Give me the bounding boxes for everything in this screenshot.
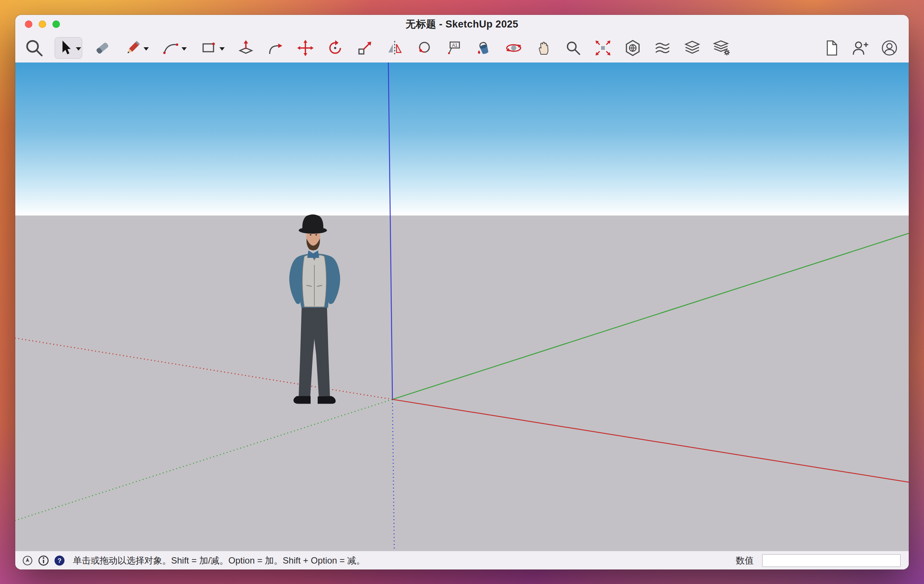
measurements-input[interactable] (762, 554, 901, 567)
figure-right-eye (315, 234, 317, 236)
figure-left-shoe (294, 396, 310, 404)
select-dropdown-caret[interactable] (76, 47, 81, 51)
search-icon (24, 38, 44, 58)
tool-search[interactable] (24, 37, 44, 59)
tool-offset[interactable] (415, 37, 434, 59)
location-status-icon[interactable] (22, 555, 33, 566)
figure-right-shoe (318, 396, 335, 404)
tool-add-location[interactable] (623, 37, 642, 59)
rectangle-dropdown-caret[interactable] (219, 47, 225, 51)
offset-icon (416, 39, 433, 57)
new-document-icon (822, 39, 840, 57)
tool-rectangle[interactable] (198, 37, 226, 59)
arc-icon (162, 39, 180, 57)
window-title: 无标题 - SketchUp 2025 (15, 18, 909, 31)
tool-styles[interactable] (653, 37, 672, 59)
tool-move[interactable] (296, 37, 315, 59)
zoom-extents-icon (594, 39, 612, 57)
paint-bucket-icon (475, 39, 493, 57)
rotate-icon (326, 39, 344, 57)
tool-arc[interactable] (160, 37, 188, 59)
scale-icon (356, 39, 374, 57)
select-cursor-icon (56, 39, 74, 57)
text-tool-glyph: A1 (452, 43, 457, 48)
flip-icon (386, 39, 404, 57)
tool-line[interactable] (122, 37, 150, 59)
layers-gear-icon (713, 39, 731, 57)
account-button[interactable] (880, 37, 899, 59)
tool-pan[interactable] (534, 37, 553, 59)
close-button[interactable] (25, 20, 32, 28)
tool-follow-me[interactable] (266, 37, 285, 59)
pencil-icon (124, 39, 142, 57)
tool-push-pull[interactable] (236, 37, 256, 59)
tool-scale[interactable] (355, 37, 375, 59)
status-hint-text: 单击或拖动以选择对象。Shift = 加/减。Option = 加。Shift … (73, 554, 365, 566)
titlebar: 无标题 - SketchUp 2025 (15, 15, 909, 33)
add-location-icon (624, 39, 642, 57)
tags-icon (683, 39, 701, 57)
tool-text[interactable]: A1 (444, 37, 464, 59)
traffic-lights (25, 20, 60, 28)
zoom-icon (564, 39, 582, 57)
tool-tags[interactable] (683, 37, 702, 59)
help-glyph: ? (58, 556, 61, 564)
statusbar: ? 单击或拖动以选择对象。Shift = 加/减。Option = 加。Shif… (15, 551, 909, 569)
info-status-icon[interactable] (38, 555, 49, 566)
arc-dropdown-caret[interactable] (182, 47, 187, 51)
ground (15, 215, 909, 551)
move-icon (297, 39, 314, 57)
new-document-button[interactable] (822, 37, 841, 59)
orbit-icon (505, 39, 523, 57)
account-icon (881, 39, 898, 57)
tool-orbit[interactable] (504, 37, 523, 59)
push-pull-icon (237, 39, 255, 57)
tool-eraser[interactable] (92, 37, 112, 59)
toolbar-right-group (822, 37, 899, 59)
help-status-icon[interactable]: ? (54, 555, 65, 566)
tool-zoom[interactable] (564, 37, 583, 59)
figure-left-eye (310, 234, 311, 236)
tool-flip[interactable] (385, 37, 404, 59)
tool-layers-settings[interactable] (712, 37, 732, 59)
tool-zoom-extents[interactable] (593, 37, 613, 59)
tool-rotate[interactable] (325, 37, 345, 59)
text-label-icon: A1 (445, 39, 463, 57)
tool-select[interactable] (55, 37, 82, 59)
line-dropdown-caret[interactable] (144, 47, 149, 51)
sky (15, 63, 909, 215)
desktop-wallpaper: 无标题 - SketchUp 2025 (0, 0, 924, 584)
eraser-icon (93, 39, 111, 57)
measurements-label: 数值 (736, 554, 754, 566)
toolbar: A1 (15, 33, 909, 63)
maximize-button[interactable] (53, 20, 60, 28)
add-person-icon (851, 39, 869, 57)
sketchup-window: 无标题 - SketchUp 2025 (15, 15, 909, 569)
model-viewport[interactable] (15, 63, 909, 551)
rectangle-icon (200, 39, 218, 57)
viewport-canvas (15, 63, 909, 551)
minimize-button[interactable] (39, 20, 46, 28)
share-model-button[interactable] (851, 37, 870, 59)
styles-icon (653, 39, 672, 57)
pan-hand-icon (535, 39, 553, 57)
tool-paint-bucket[interactable] (474, 37, 493, 59)
follow-me-icon (267, 39, 285, 57)
